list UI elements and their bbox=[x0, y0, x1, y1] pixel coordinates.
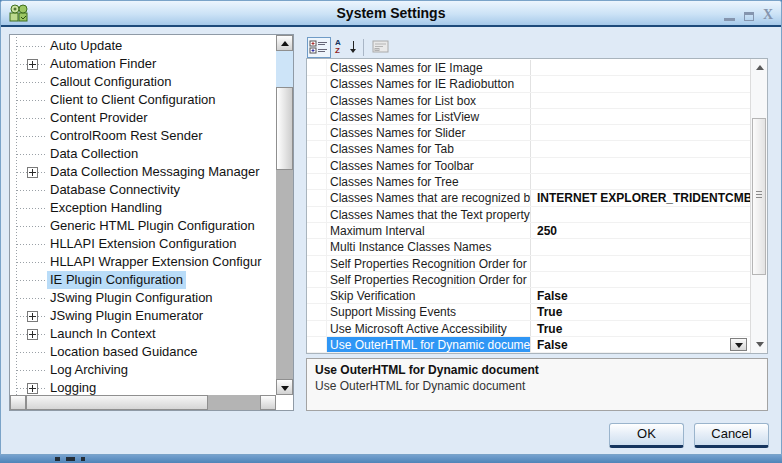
maximize-icon[interactable] bbox=[744, 12, 754, 21]
property-row[interactable]: Classes Names for ListView bbox=[307, 109, 750, 125]
tree-item-data-collection-messaging-manager[interactable]: Data Collection Messaging Manager bbox=[10, 163, 276, 181]
tree-item-client-to-client-configuration[interactable]: Client to Client Configuration bbox=[10, 91, 276, 109]
property-value: 250 bbox=[531, 223, 750, 238]
property-row[interactable]: Classes Names for IE Radiobutton bbox=[307, 76, 750, 92]
tree-item-label: Automation Finder bbox=[47, 55, 159, 73]
property-row[interactable]: Classes Names that are recognized by the… bbox=[307, 190, 750, 206]
property-row[interactable]: Support Missing EventsTrue bbox=[307, 304, 750, 320]
property-row[interactable]: Classes Names for IE Image bbox=[307, 60, 750, 76]
property-description-title: Use OuterHTML for Dynamic document bbox=[315, 363, 759, 377]
tree-item-hllapi-wrapper-extension-configur[interactable]: HLLAPI Wrapper Extension Configur bbox=[10, 253, 276, 271]
tree-item-label: Launch In Context bbox=[47, 325, 159, 343]
tree-item-label: Database Connectivity bbox=[47, 181, 183, 199]
property-name: Classes Names for Slider bbox=[327, 125, 531, 140]
tree-item-jswing-plugin-configuration[interactable]: JSwing Plugin Configuration bbox=[10, 289, 276, 307]
tree-item-database-connectivity[interactable]: Database Connectivity bbox=[10, 181, 276, 199]
property-value: False bbox=[531, 337, 750, 352]
scroll-right-button[interactable] bbox=[260, 395, 276, 410]
cancel-button[interactable]: Cancel bbox=[694, 423, 769, 448]
scroll-down-button[interactable] bbox=[276, 379, 293, 395]
titlebar[interactable]: System Settings X bbox=[1, 1, 781, 27]
property-row[interactable]: Self Properties Recognition Order for No… bbox=[307, 256, 750, 272]
tree-vertical-scrollbar[interactable] bbox=[276, 35, 293, 395]
tree-connector bbox=[17, 154, 45, 155]
tree-item-launch-in-context[interactable]: Launch In Context bbox=[10, 325, 276, 343]
tree-connector bbox=[17, 208, 45, 209]
window-controls: X bbox=[724, 7, 773, 22]
row-margin bbox=[307, 337, 327, 352]
property-row[interactable]: Skip VerificationFalse bbox=[307, 288, 750, 304]
scroll-thumb[interactable] bbox=[276, 87, 293, 170]
tree-item-jswing-plugin-enumerator[interactable]: JSwing Plugin Enumerator bbox=[10, 307, 276, 325]
expand-plus-icon[interactable] bbox=[27, 383, 38, 394]
row-margin bbox=[307, 174, 327, 189]
property-name: Self Properties Recognition Order for No… bbox=[327, 256, 531, 271]
tree-item-generic-html-plugin-configuration[interactable]: Generic HTML Plugin Configuration bbox=[10, 217, 276, 235]
property-name: Classes Names that the Text property is … bbox=[327, 207, 531, 222]
property-row[interactable]: Classes Names for Toolbar bbox=[307, 158, 750, 174]
value-dropdown-button[interactable] bbox=[730, 338, 747, 351]
property-row[interactable]: Use OuterHTML for Dynamic documentFalse bbox=[307, 337, 750, 353]
scroll-thumb[interactable] bbox=[26, 395, 208, 410]
property-value bbox=[531, 60, 750, 75]
row-margin bbox=[307, 304, 327, 319]
property-name: Classes Names for Toolbar bbox=[327, 158, 531, 173]
tree-item-label: JSwing Plugin Enumerator bbox=[47, 307, 206, 325]
scroll-track[interactable] bbox=[276, 51, 293, 87]
tree-connector bbox=[17, 82, 45, 83]
expand-plus-icon[interactable] bbox=[27, 59, 38, 70]
property-row[interactable]: Classes Names for List box bbox=[307, 93, 750, 109]
row-margin bbox=[307, 93, 327, 108]
tree-horizontal-scrollbar[interactable] bbox=[10, 395, 276, 410]
minimize-icon[interactable] bbox=[724, 18, 735, 21]
alphabetical-sort-icon[interactable]: AZ bbox=[333, 37, 357, 58]
property-name: Skip Verification bbox=[327, 288, 531, 303]
tree-item-content-provider[interactable]: Content Provider bbox=[10, 109, 276, 127]
tree-item-auto-update[interactable]: Auto Update bbox=[10, 37, 276, 55]
categorized-icon[interactable] bbox=[307, 37, 331, 58]
ok-button[interactable]: OK bbox=[609, 423, 684, 448]
property-row[interactable]: Maximum Interval250 bbox=[307, 223, 750, 239]
row-margin bbox=[307, 272, 327, 287]
property-grid-rows: Classes Names for IE ImageClasses Names … bbox=[307, 60, 750, 353]
property-value bbox=[531, 272, 750, 287]
row-margin bbox=[307, 190, 327, 205]
tree-item-label: Exception Handling bbox=[47, 199, 165, 217]
tree-item-data-collection[interactable]: Data Collection bbox=[10, 145, 276, 163]
settings-tree-panel: Auto UpdateAutomation FinderCallout Conf… bbox=[9, 34, 294, 411]
property-row[interactable]: Multi Instance Classes Names bbox=[307, 239, 750, 255]
property-row[interactable]: Classes Names that the Text property is … bbox=[307, 207, 750, 223]
property-value bbox=[531, 239, 750, 254]
property-name: Maximum Interval bbox=[327, 223, 531, 238]
background-artifact bbox=[55, 457, 60, 461]
scroll-up-button[interactable] bbox=[276, 35, 293, 51]
property-row[interactable]: Classes Names for Slider bbox=[307, 125, 750, 141]
property-value bbox=[531, 256, 750, 271]
tree-item-hllapi-extension-configuration[interactable]: HLLAPI Extension Configuration bbox=[10, 235, 276, 253]
tree-item-ie-plugin-configuration[interactable]: IE Plugin Configuration bbox=[10, 271, 276, 289]
tree-item-location-based-guidance[interactable]: Location based Guidance bbox=[10, 343, 276, 361]
scroll-left-button[interactable] bbox=[10, 395, 26, 410]
property-name: Classes Names for List box bbox=[327, 93, 531, 108]
tree-item-log-archiving[interactable]: Log Archiving bbox=[10, 361, 276, 379]
tree-item-callout-configuration[interactable]: Callout Configuration bbox=[10, 73, 276, 91]
scroll-up-button[interactable] bbox=[756, 65, 764, 70]
tree-item-controlroom-rest-sender[interactable]: ControlRoom Rest Sender bbox=[10, 127, 276, 145]
scroll-down-button[interactable] bbox=[756, 342, 764, 347]
close-icon[interactable]: X bbox=[763, 8, 773, 22]
background-artifact bbox=[66, 457, 75, 461]
tree-item-automation-finder[interactable]: Automation Finder bbox=[10, 55, 276, 73]
property-pages-icon bbox=[370, 37, 394, 58]
property-row[interactable]: Self Properties Recognition Order for No… bbox=[307, 272, 750, 288]
tree-item-label: ControlRoom Rest Sender bbox=[47, 127, 205, 145]
tree-item-exception-handling[interactable]: Exception Handling bbox=[10, 199, 276, 217]
grid-vertical-scrollbar[interactable] bbox=[750, 59, 767, 353]
expand-plus-icon[interactable] bbox=[27, 167, 38, 178]
expand-plus-icon[interactable] bbox=[27, 311, 38, 322]
property-row[interactable]: Classes Names for Tree bbox=[307, 174, 750, 190]
property-row[interactable]: Use Microsoft Active AccessibilityTrue bbox=[307, 321, 750, 337]
expand-plus-icon[interactable] bbox=[27, 329, 38, 340]
property-row[interactable]: Classes Names for Tab bbox=[307, 141, 750, 157]
tree-connector bbox=[17, 352, 45, 353]
scroll-thumb[interactable] bbox=[752, 118, 766, 275]
